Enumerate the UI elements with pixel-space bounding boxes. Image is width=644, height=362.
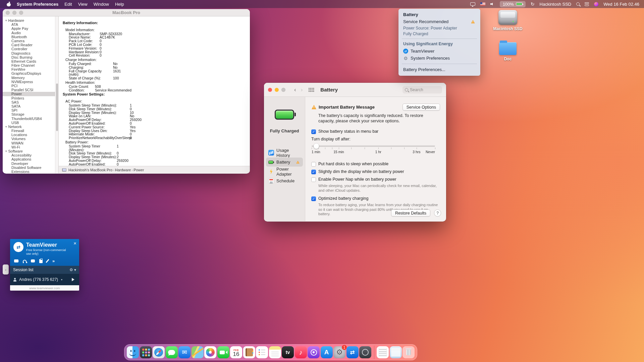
sidebar-scrollbar[interactable]: [55, 16, 58, 173]
back-button[interactable]: ‹: [294, 86, 296, 93]
input-source-flag-icon[interactable]: [480, 2, 485, 6]
sync-icon[interactable]: ↻: [531, 2, 535, 6]
menu-edit[interactable]: Edit: [64, 2, 72, 7]
sidebar-item-bluetooth[interactable]: Bluetooth: [3, 35, 55, 39]
sidebar-item-ata[interactable]: ATA: [3, 22, 55, 26]
dock-notes-icon[interactable]: [269, 346, 281, 358]
sidebar-item-controller[interactable]: Controller: [3, 47, 55, 51]
dock-minimized-window-icon[interactable]: [390, 346, 402, 358]
sidebar-item-audio[interactable]: Audio: [3, 31, 55, 35]
chat-icon[interactable]: [31, 259, 35, 262]
menu-help[interactable]: Help: [115, 2, 124, 7]
search-input[interactable]: [410, 87, 437, 92]
dock-photos-icon[interactable]: [204, 346, 216, 358]
battery-service-status[interactable]: Service Recommended: [398, 18, 480, 25]
sidebar-item-apple-pay[interactable]: Apple Pay: [3, 26, 55, 31]
sidebar-item-pci[interactable]: PCI: [3, 84, 55, 88]
sidebar-item-disc-burning[interactable]: Disc Burning: [3, 55, 55, 59]
dock-app-store-icon[interactable]: [321, 346, 333, 358]
apple-menu-icon[interactable]: [7, 2, 11, 6]
sidebar-section-hardware[interactable]: ▾Hardware: [3, 18, 55, 22]
sidebar-item-card-reader[interactable]: Card Reader: [3, 43, 55, 47]
sidebar-item-power-adapter[interactable]: Power Adapter: [266, 167, 303, 176]
search-icon[interactable]: [576, 2, 580, 6]
sidebar-item-firewire[interactable]: FireWire: [3, 67, 55, 71]
sidebar-item-parallel-scsi[interactable]: Parallel SCSI: [3, 88, 55, 92]
dock-mail-icon[interactable]: [178, 346, 191, 358]
menu-bar-clock[interactable]: Wed 16 Feb 02.46: [603, 2, 639, 7]
sidebar-item-applications[interactable]: Applications: [3, 157, 55, 161]
sidebar-item-ethernet-cards[interactable]: Ethernet Cards: [3, 59, 55, 63]
volume-icon[interactable]: [490, 2, 495, 6]
checkbox[interactable]: ✓: [311, 129, 316, 134]
sidebar-item-sas[interactable]: SAS: [3, 100, 55, 104]
sidebar-item-camera[interactable]: Camera: [3, 39, 55, 43]
sidebar-item-wwan[interactable]: WWAN: [3, 141, 55, 145]
whiteboard-icon[interactable]: [46, 259, 49, 263]
sidebar-item-volumes[interactable]: Volumes: [3, 137, 55, 141]
checkbox[interactable]: ✓: [311, 196, 316, 201]
dock-launchpad-icon[interactable]: [140, 346, 152, 358]
show-all-grid-icon[interactable]: [309, 88, 310, 89]
dock-reminders-icon[interactable]: [256, 346, 268, 358]
sidebar-item-firewall[interactable]: Firewall: [3, 129, 55, 133]
window-titlebar[interactable]: ‹ › Battery: [264, 83, 446, 97]
sidebar-item-wi-fi[interactable]: Wi-Fi: [3, 145, 55, 149]
energy-app-teamviewer[interactable]: ⇄ TeamViewer: [398, 48, 480, 55]
checkbox[interactable]: [311, 162, 316, 167]
sidebar-item-disabled-software[interactable]: Disabled Software: [3, 166, 55, 170]
sidebar-item-power[interactable]: Power: [3, 92, 55, 96]
sidebar-item-storage[interactable]: Storage: [3, 112, 55, 116]
sidebar-item-schedule[interactable]: Schedule: [266, 176, 303, 185]
session-participant-row[interactable]: Andres (776 375 627) ▾: [10, 274, 79, 285]
checkbox[interactable]: ✓: [311, 170, 316, 174]
dock-podcasts-icon[interactable]: [308, 346, 320, 358]
restore-defaults-button[interactable]: Restore Defaults: [391, 209, 430, 217]
sidebar-item-printers[interactable]: Printers: [3, 96, 55, 100]
sidebar-item-usb[interactable]: USB: [3, 121, 55, 125]
video-icon[interactable]: [14, 259, 18, 262]
sidebar-section-software[interactable]: ▾Software: [3, 149, 55, 153]
battery-preferences-menu-item[interactable]: Battery Preferences...: [398, 66, 480, 73]
dock-system-preferences-icon[interactable]: 1: [333, 346, 345, 358]
checkbox[interactable]: [311, 177, 316, 182]
dock-contacts-icon[interactable]: [243, 346, 255, 358]
sidebar-item-battery[interactable]: Battery: [266, 158, 303, 167]
sidebar-section-network[interactable]: ▾Network: [3, 125, 55, 129]
dock-calendar-icon[interactable]: FEB16: [230, 346, 242, 358]
sidebar-item-fibre-channel[interactable]: Fibre Channel: [3, 63, 55, 67]
service-options-button[interactable]: Service Options: [402, 104, 440, 111]
dock-safari-icon[interactable]: [153, 346, 165, 358]
minimize-button[interactable]: [275, 88, 279, 92]
menu-view[interactable]: View: [78, 2, 88, 7]
menu-window[interactable]: Window: [94, 2, 109, 7]
dock-textedit-icon[interactable]: [377, 346, 389, 358]
sidebar-item-memory[interactable]: Memory: [3, 76, 55, 80]
sidebar-item-accessibility[interactable]: Accessibility: [3, 153, 55, 157]
sidebar-item-extensions[interactable]: Extensions: [3, 170, 55, 173]
sidebar-item-developer[interactable]: Developer: [3, 162, 55, 166]
session-list-row[interactable]: Session list ⚙ ▾: [10, 266, 79, 274]
close-button[interactable]: [268, 88, 272, 92]
energy-app-system-preferences[interactable]: ⚙ System Preferences: [398, 55, 480, 62]
sidebar-item-diagnostics[interactable]: Diagnostics: [3, 51, 55, 55]
search-field[interactable]: [402, 86, 442, 94]
display-icon[interactable]: [470, 2, 475, 6]
connect-arrow-icon[interactable]: [72, 278, 76, 281]
dock-music-icon[interactable]: [295, 346, 307, 358]
close-icon[interactable]: ×: [73, 241, 76, 246]
dock-facetime-icon[interactable]: [217, 346, 229, 358]
gear-icon[interactable]: ⚙ ▾: [69, 267, 76, 272]
scrollbar-thumb[interactable]: [56, 83, 58, 131]
headset-icon[interactable]: [23, 260, 26, 262]
dock-utility-app-icon[interactable]: [359, 346, 371, 358]
teamviewer-panel-toggle[interactable]: ›: [3, 264, 9, 275]
dock-maps-icon[interactable]: [192, 346, 204, 358]
sidebar-item-locations[interactable]: Locations: [3, 133, 55, 137]
sidebar-item-nvmexpress[interactable]: NVMExpress: [3, 80, 55, 84]
dock-messages-icon[interactable]: [166, 346, 178, 358]
dock-tv-icon[interactable]: [282, 346, 294, 358]
control-center-icon[interactable]: [585, 2, 589, 6]
battery-menu-extra[interactable]: 100%: [500, 1, 526, 7]
forward-button[interactable]: ›: [301, 86, 303, 93]
